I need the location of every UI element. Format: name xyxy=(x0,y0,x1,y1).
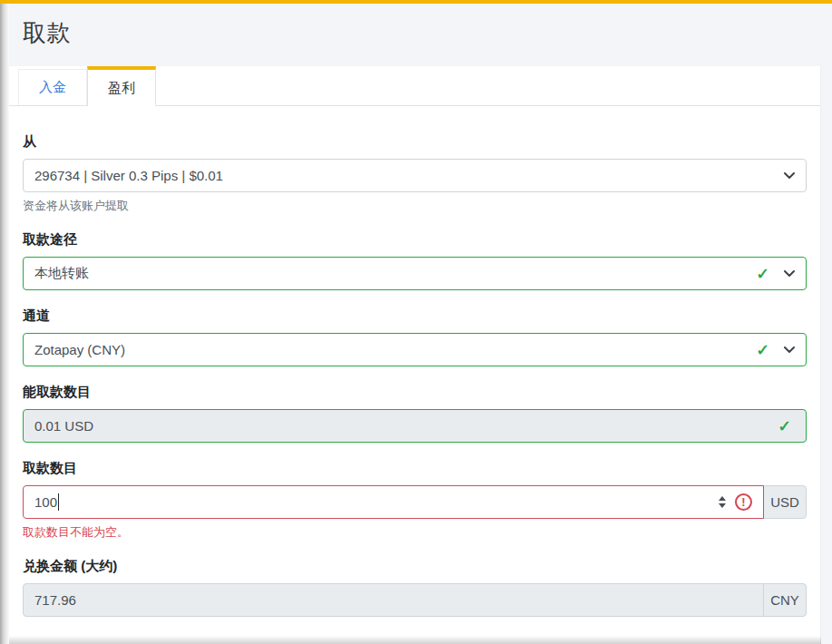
converted-amount-field: 717.96 xyxy=(23,583,764,617)
stepper-down-icon[interactable] xyxy=(719,503,726,508)
converted-amount-label: 兑换金额 (大约) xyxy=(23,558,807,575)
tab-bar: 入金 盈利 xyxy=(9,66,820,106)
withdrawal-amount-input-group: 100 ! USD xyxy=(23,485,807,519)
tab-profit[interactable]: 盈利 xyxy=(87,66,156,106)
from-account-selected-value: 296734 | Silver 0.3 Pips | $0.01 xyxy=(34,168,223,183)
available-amount-field: 0.01 USD ✓ xyxy=(23,409,807,443)
check-icon: ✓ xyxy=(756,342,769,358)
converted-amount-value: 717.96 xyxy=(34,592,76,608)
form-content: 从 296734 | Silver 0.3 Pips | $0.01 资金将从该… xyxy=(9,106,820,617)
stepper-up-icon[interactable] xyxy=(719,496,726,501)
check-icon: ✓ xyxy=(756,266,769,282)
page-top-accent-bar xyxy=(0,0,832,4)
withdrawal-amount-label: 取款数目 xyxy=(23,460,807,477)
withdrawal-amount-error: 取款数目不能为空。 xyxy=(23,524,807,541)
withdrawal-method-group: 取款途径 本地转账 ✓ xyxy=(23,231,807,290)
chevron-down-icon xyxy=(784,270,795,278)
withdrawal-method-selected-value: 本地转账 xyxy=(34,265,89,282)
from-account-select[interactable]: 296734 | Silver 0.3 Pips | $0.01 xyxy=(23,159,807,192)
tab-deposit-label: 入金 xyxy=(39,79,66,96)
text-caret xyxy=(58,493,59,511)
from-account-label: 从 xyxy=(23,133,807,151)
currency-addon-usd: USD xyxy=(763,485,807,519)
page-title: 取款 xyxy=(0,4,832,49)
gateway-group: 通道 Zotapay (CNY) ✓ xyxy=(23,307,807,366)
number-stepper[interactable] xyxy=(719,496,726,508)
available-amount-label: 能取款数目 xyxy=(23,384,807,401)
left-shadow-edge xyxy=(0,4,9,644)
from-account-group: 从 296734 | Silver 0.3 Pips | $0.01 资金将从该… xyxy=(23,133,807,214)
available-amount-group: 能取款数目 0.01 USD ✓ xyxy=(23,384,807,443)
converted-amount-input-group: 717.96 CNY xyxy=(23,583,807,617)
withdrawal-amount-group: 取款数目 100 ! USD 取款数目不能为空。 xyxy=(23,460,807,541)
page-header: 取款 xyxy=(0,4,832,66)
gateway-select[interactable]: Zotapay (CNY) ✓ xyxy=(23,333,807,366)
converted-amount-group: 兑换金额 (大约) 717.96 CNY xyxy=(23,558,807,617)
gateway-label: 通道 xyxy=(23,307,807,325)
withdrawal-card: 入金 盈利 从 296734 | Silver 0.3 Pips | $0.01… xyxy=(9,66,821,644)
gateway-selected-value: Zotapay (CNY) xyxy=(34,342,125,357)
tab-deposit[interactable]: 入金 xyxy=(18,69,87,105)
bottom-shadow-edge xyxy=(9,636,821,644)
withdrawal-method-label: 取款途径 xyxy=(23,231,807,249)
tab-profit-label: 盈利 xyxy=(108,80,135,97)
chevron-down-icon xyxy=(784,172,795,180)
withdrawal-amount-input[interactable]: 100 ! xyxy=(23,485,764,519)
withdrawal-amount-value: 100 xyxy=(34,494,57,510)
available-amount-value: 0.01 USD xyxy=(34,418,93,434)
check-icon: ✓ xyxy=(778,418,791,434)
from-account-help-text: 资金将从该账户提取 xyxy=(23,198,807,214)
chevron-down-icon xyxy=(784,346,795,354)
invalid-warning-icon: ! xyxy=(735,493,752,511)
currency-addon-cny: CNY xyxy=(763,583,807,617)
withdrawal-method-select[interactable]: 本地转账 ✓ xyxy=(23,257,807,290)
